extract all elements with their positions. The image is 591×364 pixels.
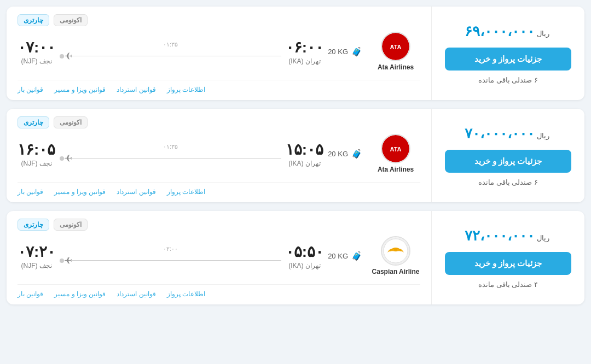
svg-point-6 — [394, 248, 397, 251]
arrival-block-1: ۰۶:۰۰ تهران (IKA) — [286, 38, 323, 65]
baggage-icon-3: 🧳 — [351, 251, 362, 261]
line-middle-2 — [72, 158, 281, 158]
footer-links-1: اطلاعات پروازقوانین استردادقوانین ویزا و… — [18, 80, 420, 100]
footer-link-3-4[interactable]: قوانین بار — [18, 290, 43, 298]
footer-link-2-2[interactable]: قوانین استرداد — [117, 188, 155, 196]
price-row-3: ۷۲،۰۰۰،۰۰۰ ریال — [465, 227, 552, 245]
flight-info-row-3: Caspian Airline 🧳 20 KG ۰۵:۵۰ تهران (IKA… — [18, 236, 420, 275]
buy-button-3[interactable]: جزئیات پرواز و خرید — [445, 252, 571, 275]
airline-block-2: ATA Ata Airlines — [371, 134, 420, 173]
footer-links-2: اطلاعات پروازقوانین استردادقوانین ویزا و… — [18, 182, 420, 202]
price-unit-1: ریال — [537, 30, 549, 38]
baggage-weight-3: 20 KG — [328, 252, 348, 260]
right-panel-2: اکونومی چارتری ATA Ata Airlines 🧳 — [7, 109, 431, 202]
route-block-3: ۰۵:۵۰ تهران (IKA) ۰۲:۰۰ ✈ — [18, 243, 323, 269]
footer-link-3-2[interactable]: قوانین استرداد — [117, 290, 155, 298]
flight-card-2: ۷۰،۰۰۰،۰۰۰ ریال جزئیات پرواز و خرید ۶ صن… — [7, 109, 584, 202]
footer-link-2-4[interactable]: قوانین بار — [18, 188, 43, 196]
flight-info-row-1: ATA Ata Airlines 🧳 20 KG ۰۶:۰۰ تهران (IK — [18, 32, 420, 71]
arrival-time-3: ۰۵:۵۰ — [286, 243, 323, 261]
route-block-2: ۱۵:۰۵ تهران (IKA) ۰۱:۳۵ ✈ — [18, 140, 323, 167]
arrival-block-3: ۰۵:۵۰ تهران (IKA) — [286, 243, 323, 269]
price-2: ۷۰،۰۰۰،۰۰۰ — [465, 125, 535, 142]
departure-block-1: ۰۷:۰۰ نجف (NJF) — [18, 38, 55, 65]
baggage-block-2: 🧳 20 KG — [328, 149, 362, 159]
tag-economy-3: اکونومی — [54, 219, 88, 231]
departure-city-3: نجف (NJF) — [21, 262, 52, 269]
tag-charter-1: چارتری — [18, 14, 49, 26]
seats-left-2: ۶ صندلی باقی مانده — [478, 178, 538, 186]
plane-icon-2: ✈ — [64, 152, 72, 165]
footer-link-3-1[interactable]: اطلاعات پرواز — [167, 290, 205, 298]
tags-row-1: اکونومی چارتری — [18, 14, 420, 26]
duration-1: ۰۱:۳۵ — [163, 41, 178, 48]
airline-logo-1: ATA — [381, 32, 410, 61]
footer-link-1-1[interactable]: اطلاعات پرواز — [167, 86, 205, 93]
departure-time-2: ۱۶:۰۵ — [18, 140, 55, 158]
price-unit-3: ریال — [537, 234, 549, 242]
airline-block-1: ATA Ata Airlines — [371, 32, 420, 71]
baggage-icon-1: 🧳 — [351, 46, 362, 57]
plane-icon-1: ✈ — [64, 50, 72, 62]
seats-left-3: ۴ صندلی باقی مانده — [478, 280, 538, 289]
departure-time-3: ۰۷:۲۰ — [18, 243, 55, 261]
flight-card-1: ۶۹،۰۰۰،۰۰۰ ریال جزئیات پرواز و خرید ۶ صن… — [7, 7, 584, 100]
price-3: ۷۲،۰۰۰،۰۰۰ — [465, 227, 535, 244]
tag-charter-2: چارتری — [18, 116, 49, 128]
departure-time-1: ۰۷:۰۰ — [18, 38, 55, 56]
buy-button-1[interactable]: جزئیات پرواز و خرید — [445, 48, 571, 71]
footer-link-1-2[interactable]: قوانین استرداد — [117, 86, 155, 93]
departure-block-3: ۰۷:۲۰ نجف (NJF) — [18, 243, 55, 269]
tag-economy-1: اکونومی — [54, 14, 88, 26]
departure-city-2: نجف (NJF) — [21, 160, 52, 167]
arrival-city-2: تهران (IKA) — [288, 160, 321, 167]
route-block-1: ۰۶:۰۰ تهران (IKA) ۰۱:۳۵ ✈ — [18, 38, 323, 65]
arrival-block-2: ۱۵:۰۵ تهران (IKA) — [286, 140, 323, 167]
airline-name-2: Ata Airlines — [378, 166, 414, 173]
footer-links-3: اطلاعات پروازقوانین استردادقوانین ویزا و… — [18, 284, 420, 304]
footer-link-1-4[interactable]: قوانین بار — [18, 86, 43, 93]
baggage-weight-2: 20 KG — [328, 150, 348, 158]
seats-left-1: ۶ صندلی باقی مانده — [478, 76, 538, 84]
duration-3: ۰۲:۰۰ — [163, 245, 178, 253]
price-row-2: ۷۰،۰۰۰،۰۰۰ ریال — [465, 125, 552, 143]
buy-button-2[interactable]: جزئیات پرواز و خرید — [445, 150, 571, 173]
flight-info-row-2: ATA Ata Airlines 🧳 20 KG ۱۵:۰۵ تهران (IK — [18, 134, 420, 173]
airline-name-3: Caspian Airline — [372, 268, 420, 275]
duration-2: ۰۱:۳۵ — [163, 143, 178, 150]
svg-text:ATA: ATA — [390, 44, 402, 50]
airline-logo-3 — [381, 236, 410, 266]
line-middle-1 — [72, 56, 281, 56]
tag-economy-2: اکونومی — [54, 116, 88, 128]
arrival-city-1: تهران (IKA) — [288, 57, 321, 65]
flight-line-1: ۰۱:۳۵ ✈ — [55, 41, 285, 62]
flight-line-2: ۰۱:۳۵ ✈ — [55, 143, 285, 165]
airline-block-3: Caspian Airline — [371, 236, 420, 275]
line-plane-2: ✈ — [60, 152, 281, 165]
line-plane-3: ✈ — [60, 255, 281, 267]
tag-charter-3: چارتری — [18, 219, 49, 231]
footer-link-1-3[interactable]: قوانین ویزا و مسیر — [54, 86, 106, 93]
tags-row-3: اکونومی چارتری — [18, 219, 420, 231]
line-plane-1: ✈ — [60, 50, 281, 62]
plane-icon-3: ✈ — [64, 255, 72, 267]
price-row-1: ۶۹،۰۰۰،۰۰۰ ریال — [465, 23, 552, 41]
baggage-weight-1: 20 KG — [328, 48, 348, 56]
footer-link-2-3[interactable]: قوانین ویزا و مسیر — [54, 188, 106, 196]
departure-block-2: ۱۶:۰۵ نجف (NJF) — [18, 140, 55, 167]
line-middle-3 — [72, 260, 281, 261]
left-panel-2: ۷۰،۰۰۰،۰۰۰ ریال جزئیات پرواز و خرید ۶ صن… — [431, 109, 584, 202]
baggage-block-1: 🧳 20 KG — [328, 46, 362, 57]
left-panel-3: ۷۲،۰۰۰،۰۰۰ ریال جزئیات پرواز و خرید ۴ صن… — [431, 211, 584, 304]
arrival-time-1: ۰۶:۰۰ — [286, 38, 323, 56]
baggage-block-3: 🧳 20 KG — [328, 251, 362, 261]
footer-link-3-3[interactable]: قوانین ویزا و مسیر — [54, 290, 106, 298]
arrival-time-2: ۱۵:۰۵ — [286, 140, 323, 158]
departure-city-1: نجف (NJF) — [21, 57, 52, 65]
arrival-city-3: تهران (IKA) — [288, 262, 321, 269]
airline-name-1: Ata Airlines — [378, 63, 414, 71]
baggage-icon-2: 🧳 — [351, 149, 362, 159]
right-panel-3: اکونومی چارتری Caspian Airline — [7, 211, 431, 304]
price-1: ۶۹،۰۰۰،۰۰۰ — [465, 23, 535, 40]
footer-link-2-1[interactable]: اطلاعات پرواز — [167, 188, 205, 196]
